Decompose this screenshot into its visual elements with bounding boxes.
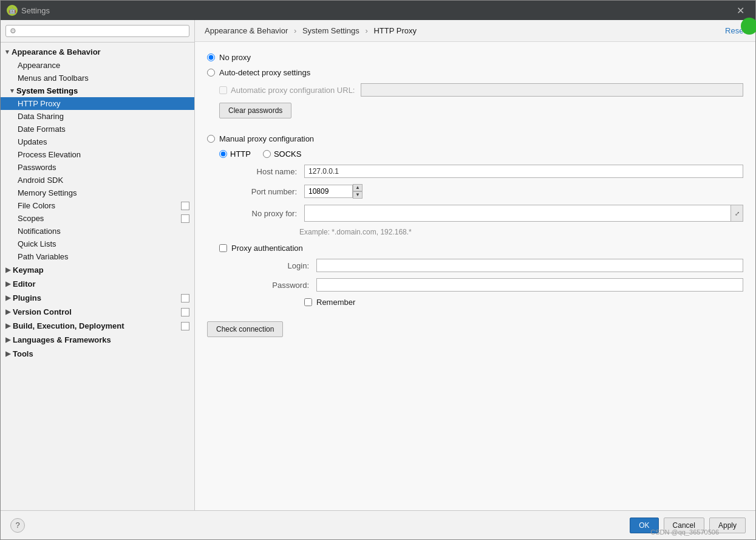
port-row: Port number: ▲ ▼ — [219, 184, 743, 199]
keymap-arrow: ▶ — [5, 266, 10, 274]
noproxy-row: No proxy for: ⤢ — [219, 205, 743, 222]
auto-detect-row: Auto-detect proxy settings — [207, 68, 743, 77]
sidebar-item-process-elevation[interactable]: Process Elevation — [1, 148, 194, 161]
noproxy-input[interactable] — [304, 205, 731, 222]
plugins-icon — [181, 294, 189, 302]
manual-proxy-radio[interactable] — [207, 135, 215, 143]
http-radio[interactable] — [219, 150, 227, 158]
green-circle-decoration — [741, 18, 756, 35]
password-label: Password: — [231, 281, 316, 290]
group-build[interactable]: ▶ Build, Execution, Deployment — [1, 319, 194, 333]
auto-url-section: Automatic proxy configuration URL: Clear… — [219, 83, 743, 127]
breadcrumb-sep2: › — [365, 26, 367, 35]
main-content: ⚙ ▾ Appearance & Behavior Appearance Men… — [1, 20, 755, 510]
breadcrumb-bar: Appearance & Behavior › System Settings … — [195, 20, 755, 42]
remember-label[interactable]: Remember — [316, 298, 355, 307]
dialog-title: Settings — [21, 6, 732, 15]
password-row: Password: — [231, 278, 743, 292]
expand-arrow: ▾ — [5, 48, 9, 56]
group-appearance-behavior[interactable]: ▾ Appearance & Behavior — [1, 45, 194, 59]
search-input-wrap[interactable]: ⚙ — [5, 25, 189, 37]
auto-url-row: Automatic proxy configuration URL: — [219, 83, 743, 97]
manual-proxy-label[interactable]: Manual proxy configuration — [219, 134, 314, 143]
check-connection-wrap: Check connection — [207, 313, 743, 337]
sidebar-item-data-sharing[interactable]: Data Sharing — [1, 110, 194, 123]
group-plugins[interactable]: ▶ Plugins — [1, 291, 194, 305]
sidebar-item-http-proxy[interactable]: HTTP Proxy — [1, 97, 194, 110]
port-increment-button[interactable]: ▲ — [353, 184, 363, 191]
http-socks-row: HTTP SOCKS — [219, 149, 743, 159]
sidebar-item-menus-toolbars[interactable]: Menus and Toolbars — [1, 72, 194, 84]
title-bar: 🤖 Settings ✕ — [1, 1, 755, 20]
port-decrement-button[interactable]: ▼ — [353, 191, 363, 199]
group-version-control[interactable]: ▶ Version Control — [1, 305, 194, 319]
apply-button[interactable]: Apply — [709, 518, 746, 533]
no-proxy-label[interactable]: No proxy — [219, 53, 251, 62]
auto-detect-label[interactable]: Auto-detect proxy settings — [219, 68, 310, 77]
sidebar-item-appearance[interactable]: Appearance — [1, 59, 194, 72]
no-proxy-radio[interactable] — [207, 53, 215, 61]
sidebar-item-quick-lists[interactable]: Quick Lists — [1, 238, 194, 250]
check-connection-button[interactable]: Check connection — [207, 321, 283, 337]
group-tools[interactable]: ▶ Tools — [1, 347, 194, 361]
ok-button[interactable]: OK — [630, 518, 658, 533]
port-wrap: ▲ ▼ — [304, 184, 363, 199]
sidebar-item-android-sdk[interactable]: Android SDK — [1, 174, 194, 186]
proxy-auth-row: Proxy authentication — [219, 244, 743, 253]
right-panel: Appearance & Behavior › System Settings … — [195, 20, 755, 510]
port-label: Port number: — [219, 187, 304, 196]
sidebar-item-file-colors[interactable]: File Colors — [1, 199, 194, 212]
http-option: HTTP — [219, 149, 251, 159]
password-input[interactable] — [316, 278, 743, 292]
hostname-label: Host name: — [219, 167, 304, 176]
app-icon: 🤖 — [7, 5, 18, 16]
group-keymap[interactable]: ▶ Keymap — [1, 263, 194, 277]
group-editor[interactable]: ▶ Editor — [1, 277, 194, 291]
editor-arrow: ▶ — [5, 280, 10, 288]
socks-option: SOCKS — [263, 149, 302, 159]
sidebar-item-updates[interactable]: Updates — [1, 135, 194, 148]
sidebar-item-path-variables[interactable]: Path Variables — [1, 250, 194, 263]
search-icon: ⚙ — [10, 27, 16, 35]
proxy-auth-label[interactable]: Proxy authentication — [231, 244, 303, 253]
build-icon — [181, 322, 189, 330]
panel-body: No proxy Auto-detect proxy settings Auto… — [195, 42, 755, 510]
http-label[interactable]: HTTP — [230, 149, 251, 159]
proxy-auth-checkbox[interactable] — [219, 244, 227, 252]
auto-url-checkbox[interactable] — [219, 86, 227, 94]
vc-arrow: ▶ — [5, 308, 10, 316]
search-input[interactable] — [19, 27, 185, 35]
file-colors-icon — [181, 202, 189, 210]
breadcrumb-part2: System Settings — [302, 26, 359, 35]
clear-passwords-button[interactable]: Clear passwords — [219, 103, 291, 118]
sidebar: ⚙ ▾ Appearance & Behavior Appearance Men… — [1, 20, 195, 510]
help-button[interactable]: ? — [10, 518, 25, 533]
group-label: Appearance & Behavior — [12, 47, 101, 56]
port-spinner: ▲ ▼ — [353, 184, 363, 199]
sidebar-item-passwords[interactable]: Passwords — [1, 161, 194, 174]
sidebar-item-notifications[interactable]: Notifications — [1, 225, 194, 238]
group-system-settings[interactable]: ▾ System Settings — [1, 84, 194, 97]
cancel-button[interactable]: Cancel — [664, 518, 704, 533]
close-button[interactable]: ✕ — [732, 4, 749, 18]
group-languages[interactable]: ▶ Languages & Frameworks — [1, 333, 194, 347]
noproxy-expand-button[interactable]: ⤢ — [731, 205, 743, 222]
sidebar-item-date-formats[interactable]: Date Formats — [1, 123, 194, 135]
tools-arrow: ▶ — [5, 350, 10, 358]
breadcrumb-sep1: › — [294, 26, 296, 35]
sidebar-item-memory-settings[interactable]: Memory Settings — [1, 186, 194, 199]
auto-url-label: Automatic proxy configuration URL: — [231, 86, 355, 95]
remember-checkbox[interactable] — [304, 298, 312, 306]
hostname-input[interactable] — [304, 165, 743, 178]
socks-radio[interactable] — [263, 150, 271, 158]
port-input[interactable] — [304, 185, 353, 198]
sidebar-item-scopes[interactable]: Scopes — [1, 212, 194, 225]
auto-url-input[interactable] — [361, 83, 743, 97]
noproxy-label: No proxy for: — [219, 209, 304, 218]
search-bar: ⚙ — [1, 20, 194, 43]
socks-label[interactable]: SOCKS — [274, 149, 302, 159]
breadcrumb-part3: HTTP Proxy — [373, 26, 417, 35]
login-input[interactable] — [316, 259, 743, 272]
bottom-bar: ? OK Cancel Apply — [1, 510, 755, 539]
auto-detect-radio[interactable] — [207, 69, 215, 77]
